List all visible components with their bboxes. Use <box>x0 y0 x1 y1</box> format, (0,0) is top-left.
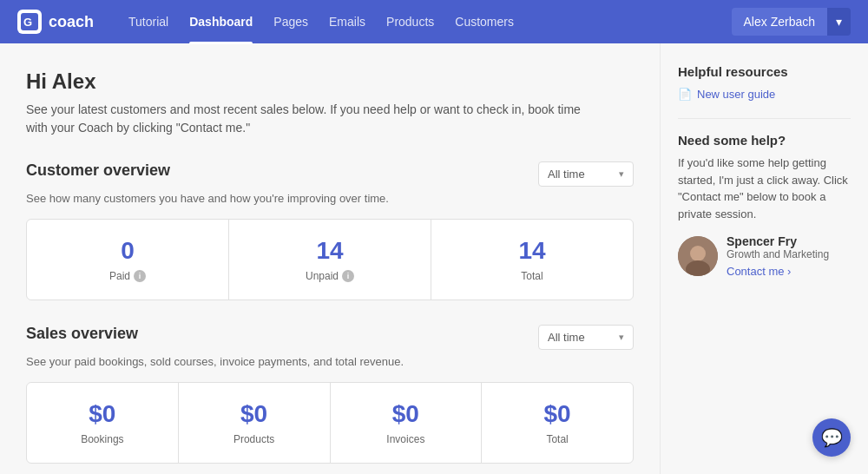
sales-stat-bookings: $0 Bookings <box>27 383 179 463</box>
chat-button[interactable]: 💬 <box>812 418 851 457</box>
customer-section-title: Customer overview <box>26 161 170 180</box>
svg-point-3 <box>690 246 706 261</box>
user-menu: Alex Zerbach ▾ <box>732 8 851 36</box>
sales-total-value: $0 <box>496 400 619 428</box>
nav-tutorial[interactable]: Tutorial <box>128 11 168 32</box>
sales-total-label: Total <box>496 433 619 445</box>
nav-links: Tutorial Dashboard Pages Emails Products… <box>128 11 731 32</box>
greeting-title: Hi Alex <box>26 69 634 94</box>
contact-me-link[interactable]: Contact me <box>727 265 791 278</box>
sales-bookings-value: $0 <box>41 400 164 428</box>
coach-name: Spencer Fry <box>727 234 829 248</box>
customer-paid-value: 0 <box>41 237 214 265</box>
customer-stats-row: 0 Paid i 14 Unpaid i 14 Total <box>26 219 634 300</box>
sales-stat-products: $0 Products <box>179 383 331 463</box>
sales-section-desc: See your paid bookings, sold courses, in… <box>26 355 634 368</box>
sales-section-title: Sales overview <box>26 325 138 343</box>
customer-unpaid-label: Unpaid i <box>243 270 417 282</box>
sales-products-value: $0 <box>193 400 316 428</box>
need-help-section: Need some help? If you'd like some help … <box>678 133 851 278</box>
svg-text:G: G <box>23 16 32 29</box>
coach-role: Growth and Marketing <box>727 248 829 260</box>
user-button[interactable]: Alex Zerbach <box>732 8 827 36</box>
sales-section-header: Sales overview All time ▾ <box>26 325 634 350</box>
nav-products[interactable]: Products <box>386 11 434 32</box>
user-dropdown-button[interactable]: ▾ <box>827 8 851 36</box>
customer-stat-paid: 0 Paid i <box>27 220 229 300</box>
customer-total-label: Total <box>445 270 619 282</box>
customer-section-desc: See how many customers you have and how … <box>26 192 634 205</box>
coach-profile: Spencer Fry Growth and Marketing Contact… <box>678 234 851 278</box>
customer-stat-unpaid: 14 Unpaid i <box>229 220 431 300</box>
chat-icon: 💬 <box>821 427 843 448</box>
sales-products-label: Products <box>193 433 316 445</box>
sidebar: Helpful resources 📄 New user guide Need … <box>660 43 868 474</box>
sales-filter-caret: ▾ <box>619 332 624 343</box>
paid-info-icon[interactable]: i <box>134 270 146 282</box>
document-icon: 📄 <box>678 88 692 101</box>
brand-name: coach <box>49 13 94 31</box>
greeting-description: See your latest customers and most recen… <box>26 101 590 137</box>
nav-emails[interactable]: Emails <box>329 11 365 32</box>
customer-stat-total: 14 Total <box>431 220 633 300</box>
logo-icon: G <box>17 10 42 34</box>
customer-overview-section: Customer overview All time ▾ See how man… <box>26 161 634 300</box>
coach-info: Spencer Fry Growth and Marketing Contact… <box>727 234 829 278</box>
customer-total-value: 14 <box>445 237 619 265</box>
sales-filter-select[interactable]: All time ▾ <box>538 325 634 350</box>
customer-filter-select[interactable]: All time ▾ <box>538 161 634 187</box>
unpaid-info-icon[interactable]: i <box>342 270 354 282</box>
helpful-resources-section: Helpful resources 📄 New user guide <box>678 64 851 101</box>
sidebar-divider <box>678 118 851 119</box>
nav-dashboard[interactable]: Dashboard <box>189 11 253 32</box>
need-help-description: If you'd like some help getting started,… <box>678 155 851 222</box>
main-content: Hi Alex See your latest customers and mo… <box>0 43 660 474</box>
nav-pages[interactable]: Pages <box>273 11 308 32</box>
sales-bookings-label: Bookings <box>41 433 164 445</box>
sales-stat-invoices: $0 Invoices <box>331 383 483 463</box>
nav-customers[interactable]: Customers <box>455 11 514 32</box>
page-wrapper: Hi Alex See your latest customers and mo… <box>0 43 868 474</box>
customer-paid-label: Paid i <box>41 270 214 282</box>
brand-logo[interactable]: G coach <box>17 10 94 34</box>
sales-invoices-value: $0 <box>345 400 468 428</box>
need-help-title: Need some help? <box>678 133 851 148</box>
coach-avatar <box>678 236 718 276</box>
customer-filter-caret: ▾ <box>619 168 624 180</box>
customer-unpaid-value: 14 <box>243 237 417 265</box>
sales-overview-section: Sales overview All time ▾ See your paid … <box>26 325 634 464</box>
customer-section-header: Customer overview All time ▾ <box>26 161 634 187</box>
navbar: G coach Tutorial Dashboard Pages Emails … <box>0 0 868 43</box>
helpful-resources-title: Helpful resources <box>678 64 851 79</box>
sales-invoices-label: Invoices <box>345 433 468 445</box>
new-user-guide-link[interactable]: 📄 New user guide <box>678 88 851 101</box>
sales-stat-total: $0 Total <box>482 383 633 463</box>
sales-stats-row: $0 Bookings $0 Products $0 Invoices <box>26 382 634 464</box>
